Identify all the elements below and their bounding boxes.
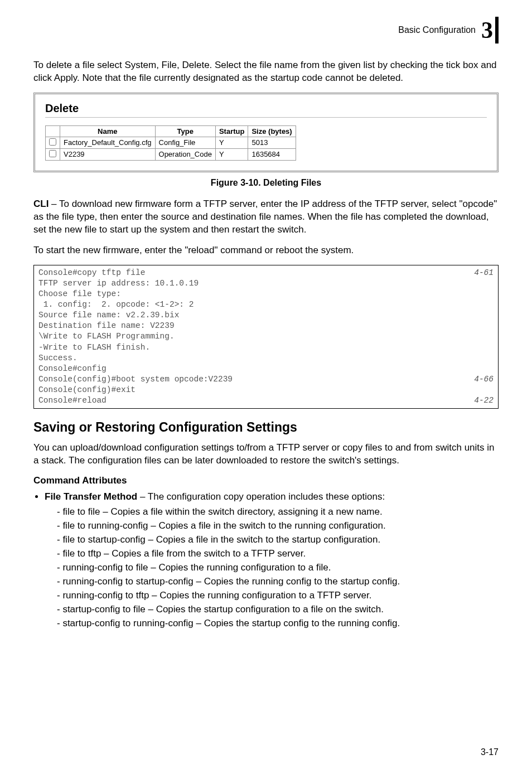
cell-size: 1635684 [248,148,296,160]
cell-type: Operation_Code [155,148,215,160]
delete-panel: Delete Name Type Startup Size (bytes) Fa… [33,93,499,172]
code-line: -Write to FLASH finish. [38,342,494,353]
list-item: running-config to tftp – Copies the runn… [57,589,499,602]
code-ref: 4-22 [474,395,494,406]
sub-list: file to file – Copies a file within the … [45,506,499,630]
cell-name: Factory_Default_Config.cfg [60,137,156,148]
chapter-number: 3 [481,18,493,42]
cli-code-block: Console#copy tftp file4-61TFTP server ip… [33,265,499,409]
code-line: Console#reload [38,395,107,406]
col-type: Type [155,125,215,137]
col-checkbox [46,125,60,137]
code-line: Console(config)#exit [38,385,494,395]
cell-type: Config_File [155,137,215,148]
cli-paragraph-text: – To download new firmware form a TFTP s… [33,199,497,235]
figure-caption: Figure 3-10. Deleting Files [33,178,499,188]
bullet-rest: – The configuration copy operation inclu… [137,491,385,502]
cell-size: 5013 [248,137,296,148]
list-item: File Transfer Method – The configuration… [45,491,499,630]
attribute-list: File Transfer Method – The configuration… [33,491,499,630]
code-line: \Write to FLASH Programming. [38,331,494,342]
list-item: file to startup-config – Copies a file i… [57,534,499,546]
cell-name: V2239 [60,148,156,160]
cell-startup: Y [215,137,248,148]
row-checkbox[interactable] [49,150,56,157]
list-item: startup-config to running-config – Copie… [57,617,499,630]
row-checkbox[interactable] [49,138,56,146]
table-header-row: Name Type Startup Size (bytes) [46,125,296,137]
col-name: Name [60,125,156,137]
code-line: Source file name: v2.2.39.bix [38,310,494,321]
cli-paragraph: CLI – To download new firmware form a TF… [33,198,499,236]
code-line: Console#config [38,364,494,374]
code-ref: 4-61 [474,268,494,278]
col-size: Size (bytes) [248,125,296,137]
code-ref: 4-66 [474,374,494,385]
bullet-label: File Transfer Method [45,491,137,502]
page-header: Basic Configuration 3 [33,17,499,43]
list-item: startup-config to file – Copies the star… [57,603,499,616]
code-line: Success. [38,353,494,364]
chapter-badge: 3 [481,17,499,43]
table-row: Factory_Default_Config.cfg Config_File Y… [46,137,296,148]
cli-label: CLI [33,199,49,209]
code-line: Destination file name: V2239 [38,321,494,331]
list-item: running-config to file – Copies the runn… [57,562,499,574]
delete-table: Name Type Startup Size (bytes) Factory_D… [45,125,296,161]
page-number: 3-17 [481,747,499,757]
code-line: Choose file type: [38,289,494,299]
cli-start-paragraph: To start the new firmware, enter the "re… [33,244,499,257]
section-heading: Saving or Restoring Configuration Settin… [33,420,499,435]
list-item: file to running-config – Copies a file i… [57,520,499,533]
code-line: Console#copy tftp file [38,268,145,278]
col-startup: Startup [215,125,248,137]
code-line: 1. config: 2. opcode: <1-2>: 2 [38,299,494,310]
header-section-label: Basic Configuration [398,25,476,35]
cell-startup: Y [215,148,248,160]
list-item: running-config to startup-config – Copie… [57,575,499,588]
table-row: V2239 Operation_Code Y 1635684 [46,148,296,160]
badge-bar [495,17,499,43]
list-item: file to file – Copies a file within the … [57,506,499,519]
list-item: file to tftp – Copies a file from the sw… [57,548,499,560]
code-line: Console(config)#boot system opcode:V2239 [38,374,233,385]
delete-panel-divider [45,117,487,118]
section-intro-paragraph: You can upload/download configuration se… [33,442,499,467]
command-attributes-heading: Command Attributes [33,475,499,486]
delete-panel-title: Delete [45,102,487,115]
code-line: TFTP server ip address: 10.1.0.19 [38,278,494,289]
delete-intro-paragraph: To delete a file select System, File, De… [33,59,499,85]
